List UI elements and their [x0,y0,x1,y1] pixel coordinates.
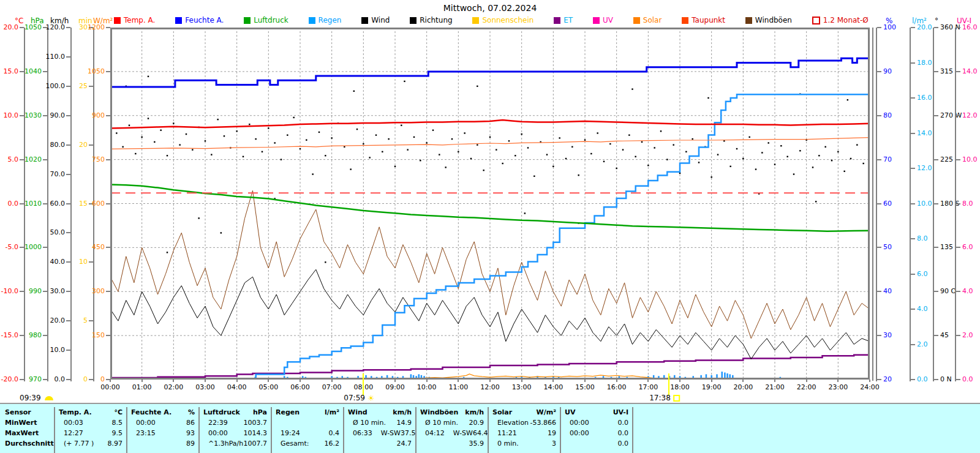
axis-tick-label: 750 [92,156,105,163]
axis-tick [934,335,938,336]
series-richtung-dot [205,140,206,141]
axis-tick [956,247,960,248]
series-richtung-dot [831,160,832,161]
series-richtung-dot [815,201,816,202]
chart-legend: Temp. A.Feuchte A.LuftdruckRegenWindRich… [114,15,869,25]
axis-tick [106,247,110,248]
axis-tick [877,335,881,336]
series-richtung-dot [274,142,275,143]
axis-tick [106,115,110,116]
axis-line-UV-I [955,28,956,381]
stats-cell-value: 16.2 [325,438,340,449]
x-axis-tick [616,380,617,382]
axis-tick-label: 450 [92,244,105,251]
axis-tick-label: 18.0 [917,59,932,67]
legend-item-1-2-monat-: 1.2 Monat-Ø [812,16,869,24]
series-richtung-dot [255,138,256,140]
x-axis-tick [521,380,522,382]
x-axis-label: 11:00 [448,383,468,391]
axis-tick [877,203,881,204]
x-axis-label: 20:00 [733,383,753,391]
sunrise-label: 07:59 ☀ [344,394,374,402]
stats-value-row: Ø 10 min.20.9 [420,417,484,428]
x-axis-tick [774,380,775,382]
x-axis-label: 06:00 [290,383,310,391]
sunrise-marker-line [363,373,364,395]
stats-cell-value: 37.5 [401,428,416,438]
axis-tick-label: 1010 [24,200,42,208]
axis-tick-label: 970 [29,376,42,383]
x-axis-label: 14:00 [543,383,563,391]
series-richtung-dot [856,144,858,145]
x-axis-tick [711,380,712,382]
x-axis-tick [837,380,839,382]
axis-tick-label: 0.0 [8,200,19,208]
axis-tick-label: 20.0 [50,317,66,324]
axis-tick [89,379,93,380]
axis-tick [877,291,881,292]
axis-tick [956,291,960,292]
axis-tick-label: 12.0 [917,165,932,172]
series-richtung-dot [477,144,478,145]
axis-tick [66,174,70,175]
series-richtung-dot [293,117,294,118]
axis-tick [43,115,47,116]
stats-row-labels: SensorMinWertMaxWertDurchschnitt [0,407,54,453]
axis-tick-label: 100.0 [46,83,66,90]
axis-tick [43,203,47,204]
legend-item-uv: UV [593,16,613,24]
legend-item-windb-en: Windböen [745,16,792,24]
stats-table: SensorMinWertMaxWertDurchschnittTemp. A.… [0,403,980,453]
stats-value-row: 00:0086 [131,417,195,428]
stats-group-unit: W/m² [537,407,556,417]
axis-tick-label: 1030 [24,112,42,119]
series-richtung-dot [635,156,636,157]
axis-tick [911,309,915,310]
x-axis-label: 18:00 [670,383,690,391]
stats-group-uv: UVUV-I00:000.000:000.00.0 [560,407,632,453]
axis-tick [877,115,881,116]
axis-tick-label: 70 [883,156,892,163]
stats-group-header: Feuchte A.% [131,407,195,417]
axis-tick [934,71,938,72]
stats-value-row: 0.0 [565,438,628,449]
x-axis-tick [458,380,459,382]
series-richtung-dot [533,176,535,177]
series-richtung-dot [420,160,421,161]
stats-cell-time: 06:33 [348,428,372,438]
legend-item-solar: Solar [633,16,662,24]
stats-group-header: Windböenkm/h [420,407,484,417]
stats-group-header: Windkm/h [348,407,412,417]
stats-cell-time [276,417,281,428]
axis-tick-label: 4.0 [962,288,973,295]
axis-tick-label: 0 [83,376,88,383]
series-richtung-dot [571,146,573,148]
stats-cell-value: 20.9 [469,417,484,428]
stats-group-name: Windböen [420,407,458,417]
axis-tick-label: 1050 [88,68,105,75]
axis-tick-label: 70.0 [50,171,66,178]
axis-tick [106,291,110,292]
series-richtung-dot [710,176,712,178]
stats-cell-time: 23:15 [131,428,156,438]
axis-tick-label: 110.0 [46,53,66,61]
series-richtung-dot [236,130,237,132]
axis-tick-label: 300 [92,288,105,295]
series-richtung-dot [154,141,155,143]
axis-tick [934,159,938,160]
axis-tick-label: 10 [79,258,88,266]
x-axis-label: 16:00 [607,383,627,391]
axis-tick-label: 315 [940,68,953,75]
stats-cell-time: 04:12 [420,428,445,438]
series-richtung-dot [318,132,320,133]
legend-swatch [745,17,752,24]
series-richtung-dot [489,137,491,138]
legend-swatch [114,17,121,24]
series-richtung-dot [221,232,222,233]
axis-tick [89,86,93,87]
axis-tick-label: 990 [29,288,42,295]
series-richtung-dot [546,154,548,155]
stats-group-unit: °C [114,407,123,417]
axis-tick [934,247,938,248]
axis-tick-label: 6.0 [917,271,928,278]
